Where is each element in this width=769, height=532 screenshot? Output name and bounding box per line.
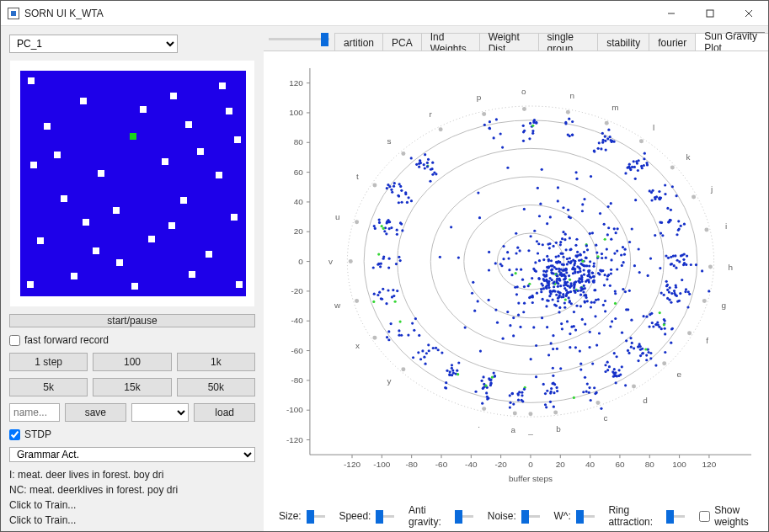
svg-point-785	[665, 254, 667, 257]
svg-point-484	[574, 346, 577, 348]
canvas-pixel	[234, 136, 241, 143]
tab-ind-weights[interactable]: Ind Weights	[421, 33, 480, 51]
tab-sun-gravity-plot[interactable]: Sun Gravity Plot	[695, 33, 768, 51]
svg-point-219	[424, 153, 426, 156]
stdp-checkbox[interactable]	[9, 429, 20, 440]
svg-point-823	[421, 349, 424, 352]
svg-point-652	[410, 157, 413, 159]
svg-point-990	[688, 293, 691, 295]
svg-point-568	[658, 198, 660, 200]
svg-point-839	[676, 295, 678, 297]
pc-select[interactable]: PC_1	[9, 35, 178, 53]
svg-point-497	[411, 322, 414, 325]
close-button[interactable]	[729, 1, 768, 26]
svg-point-703	[578, 277, 580, 279]
show-weights-checkbox[interactable]	[699, 511, 710, 522]
show-weights-row[interactable]: Show weights	[699, 504, 760, 528]
svg-point-645	[562, 206, 564, 209]
svg-point-906	[564, 268, 567, 270]
tab-artition[interactable]: artition	[334, 33, 383, 51]
svg-point-805	[555, 294, 558, 296]
step-button-5k[interactable]: 5k	[9, 378, 88, 396]
svg-point-384	[598, 332, 601, 334]
svg-point-843	[539, 203, 542, 205]
svg-point-1001	[559, 367, 562, 370]
tab-fourier[interactable]: fourier	[649, 33, 696, 51]
tab-stability[interactable]: stability	[597, 33, 649, 51]
svg-point-90	[605, 121, 609, 125]
ffwd-row[interactable]: fast forward record	[9, 334, 255, 346]
svg-point-407	[532, 326, 535, 328]
svg-point-736	[426, 165, 429, 168]
grammar-select[interactable]: Grammar Act.	[9, 447, 255, 462]
svg-point-363	[537, 242, 540, 245]
step-button-1k[interactable]: 1k	[177, 353, 255, 371]
svg-point-998	[612, 372, 615, 375]
svg-point-134	[488, 269, 490, 271]
tab-weight-dist-[interactable]: Weight Dist.	[479, 33, 539, 51]
svg-point-466	[509, 402, 511, 404]
svg-point-390	[682, 258, 685, 261]
start-pause-button[interactable]: start/pause	[9, 314, 255, 327]
svg-point-127	[464, 326, 467, 328]
svg-point-561	[478, 216, 481, 219]
svg-point-670	[618, 369, 621, 371]
svg-point-748	[613, 368, 616, 370]
maximize-button[interactable]	[691, 1, 729, 26]
mini-slider[interactable]	[666, 515, 685, 518]
minimize-button[interactable]	[652, 1, 691, 26]
name-input[interactable]	[9, 403, 60, 422]
svg-point-451	[483, 386, 485, 389]
svg-point-753	[494, 308, 497, 311]
status-line[interactable]: Click to Train...	[9, 514, 255, 526]
svg-point-954	[637, 169, 639, 172]
svg-point-106	[349, 259, 353, 263]
svg-point-890	[387, 338, 390, 341]
mini-slider[interactable]	[576, 515, 595, 518]
svg-point-659	[496, 322, 499, 324]
svg-point-460	[590, 301, 593, 304]
svg-point-984	[449, 370, 451, 373]
svg-point-816	[574, 270, 576, 273]
svg-text:t: t	[356, 172, 359, 181]
window-title: SORN UI K_WTA	[24, 8, 652, 19]
top-slider[interactable]	[269, 30, 329, 47]
svg-point-711	[579, 305, 582, 307]
tab-single-group[interactable]: single group	[538, 33, 599, 51]
step-button-50k[interactable]: 50k	[177, 378, 255, 396]
svg-point-197	[510, 274, 513, 276]
svg-point-392	[381, 225, 383, 227]
ffwd-checkbox[interactable]	[9, 335, 20, 346]
save-button[interactable]: save	[65, 403, 126, 422]
svg-point-116	[528, 412, 532, 416]
stdp-row[interactable]: STDP	[9, 428, 255, 440]
step-button-1step[interactable]: 1 step	[9, 353, 88, 371]
mini-slider[interactable]	[307, 515, 325, 518]
svg-point-892	[549, 277, 552, 279]
load-select[interactable]	[131, 403, 190, 422]
svg-point-72	[632, 385, 636, 389]
svg-point-549	[477, 300, 479, 302]
svg-text:u: u	[335, 212, 340, 221]
load-button[interactable]: load	[194, 403, 255, 422]
status-line[interactable]: Click to Train...	[9, 499, 255, 511]
svg-point-329	[531, 277, 533, 279]
svg-point-289	[568, 118, 570, 120]
tab-pca[interactable]: PCA	[382, 33, 422, 51]
svg-point-664	[570, 302, 573, 305]
svg-point-880	[560, 253, 563, 255]
svg-text:-20: -20	[494, 460, 507, 469]
step-button-100[interactable]: 100	[93, 353, 171, 371]
svg-point-867	[584, 301, 586, 303]
svg-point-330	[658, 190, 660, 193]
mini-slider[interactable]	[455, 515, 473, 518]
mini-slider[interactable]	[521, 515, 540, 518]
step-button-15k[interactable]: 15k	[93, 378, 171, 396]
svg-point-320	[535, 375, 537, 378]
svg-point-673	[686, 306, 689, 308]
svg-point-643	[429, 180, 431, 183]
svg-point-493	[613, 227, 616, 230]
mini-slider[interactable]	[376, 515, 394, 518]
svg-point-977	[396, 233, 398, 236]
svg-point-1014	[494, 375, 496, 377]
